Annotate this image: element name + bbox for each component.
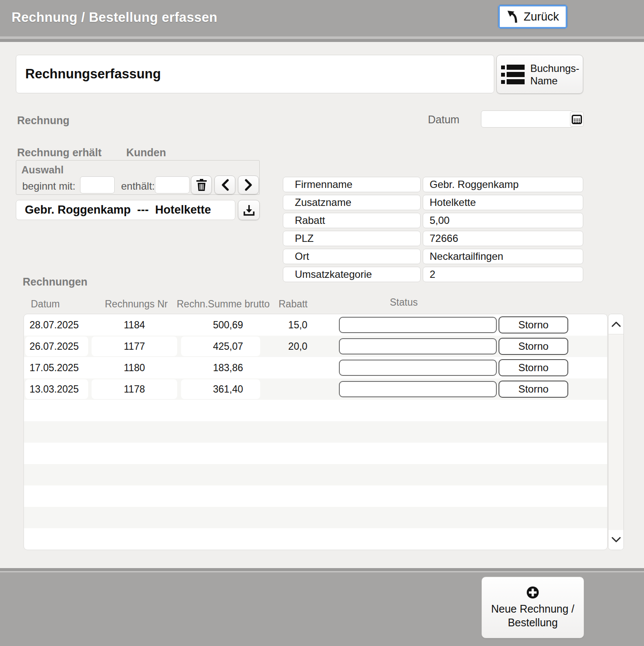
scroll-down-button[interactable] [608, 530, 623, 550]
detail-value-zusatzname[interactable]: Hotelkette [423, 195, 583, 210]
cell-rabatt [279, 358, 317, 378]
load-company-button[interactable] [238, 200, 260, 220]
contains-input[interactable] [155, 176, 190, 194]
datum-calendar-button[interactable] [570, 112, 584, 127]
section-label-rechnung: Rechnung [17, 114, 69, 127]
column-header-rechnungs-nr: Rechnungs Nr [105, 298, 168, 310]
invoices-table: 28.07.2025 1184 500,69 15,0 Storno 26.07… [24, 314, 608, 550]
status-input[interactable] [339, 360, 497, 376]
table-row[interactable]: 28.07.2025 1184 500,69 15,0 Storno [24, 314, 608, 336]
cell-nr: 1177 [92, 336, 177, 356]
detail-value-umsatzkategorie[interactable]: 2 [423, 267, 583, 282]
storno-button[interactable]: Storno [499, 381, 568, 398]
begins-with-label: beginnt mit: [22, 180, 75, 192]
storno-button[interactable]: Storno [499, 338, 568, 355]
cell-datum: 13.03.2025 [30, 379, 89, 399]
header-divider-dark [0, 39, 644, 42]
chevron-down-icon [611, 537, 621, 543]
scroll-up-button[interactable] [608, 314, 623, 334]
table-scrollbar[interactable] [608, 314, 624, 550]
cell-datum: 26.07.2025 [30, 336, 89, 356]
cell-summe: 361,40 [181, 379, 243, 399]
begins-with-input[interactable] [80, 176, 115, 194]
cell-nr: 1180 [92, 358, 177, 378]
cell-datum: 28.07.2025 [30, 315, 89, 335]
cell-summe: 425,07 [181, 336, 243, 356]
cell-datum: 17.05.2025 [30, 358, 89, 378]
cell-nr: 1178 [92, 379, 177, 399]
selected-company-field[interactable]: Gebr. Roggenkamp --- Hotelkette [16, 200, 235, 220]
page-title: Rechnung / Bestellung erfassen [12, 10, 217, 25]
new-invoice-label: Neue Rechnung / Bestellung [484, 602, 581, 629]
detail-label-rabatt: Rabatt [283, 213, 421, 228]
contains-label: enthält: [121, 180, 155, 192]
chevron-left-icon [221, 179, 229, 191]
status-input[interactable] [339, 338, 497, 354]
section-label-rechnungen: Rechnungen [23, 276, 87, 288]
detail-label-zusatzname: Zusatzname [283, 195, 421, 210]
tab-rechnung-erhaelt[interactable]: Rechnung erhält [17, 146, 101, 159]
app-window: Rechnung / Bestellung erfassen Zurück Re… [0, 0, 644, 646]
tab-kunden[interactable]: Kunden [126, 146, 166, 159]
form-title-field: Rechnungserfassung [16, 55, 494, 93]
detail-label-umsatzkategorie: Umsatzkategorie [283, 267, 421, 282]
calendar-icon [572, 114, 582, 125]
selected-company-text: Gebr. Roggenkamp --- Hotelkette [16, 203, 211, 217]
cell-rabatt [279, 379, 317, 399]
column-header-datum: Datum [31, 298, 60, 310]
buchungs-name-label: Buchungs- Name [530, 62, 579, 87]
detail-label-firmenname: Firmenname [283, 177, 421, 192]
cell-summe: 183,86 [181, 358, 243, 378]
storno-button[interactable]: Storno [499, 359, 568, 376]
download-icon [243, 204, 255, 216]
storno-button[interactable]: Storno [499, 316, 568, 333]
back-arrow-icon [507, 10, 519, 24]
column-header-rabatt: Rabatt [279, 298, 308, 310]
table-row[interactable]: 26.07.2025 1177 425,07 20,0 Storno [24, 336, 608, 357]
trash-icon [196, 179, 207, 191]
buchungs-name-button[interactable]: Buchungs- Name [496, 55, 583, 94]
cell-rabatt: 15,0 [279, 315, 317, 335]
back-button[interactable]: Zurück [498, 4, 568, 29]
datum-label: Datum [428, 113, 460, 126]
footer-divider-dark [0, 568, 644, 571]
chevron-right-icon [244, 179, 253, 191]
cell-nr: 1184 [92, 315, 177, 335]
form-title: Rechnungserfassung [16, 66, 161, 82]
column-header-summe-brutto: Rechn.Summe brutto [177, 298, 270, 310]
cell-summe: 500,69 [181, 315, 243, 335]
list-icon [500, 64, 525, 85]
clear-filter-button[interactable] [191, 176, 212, 194]
previous-record-button[interactable] [214, 176, 235, 194]
scrollbar-track[interactable] [608, 334, 623, 532]
detail-label-ort: Ort [283, 249, 421, 264]
column-header-status: Status [390, 297, 418, 308]
detail-value-plz[interactable]: 72666 [423, 231, 583, 246]
new-invoice-button[interactable]: Neue Rechnung / Bestellung [481, 577, 584, 638]
status-input[interactable] [339, 317, 497, 333]
cell-rabatt: 20,0 [279, 336, 317, 356]
chevron-up-icon [611, 321, 621, 327]
table-row[interactable]: 13.03.2025 1178 361,40 Storno [24, 378, 608, 400]
status-input[interactable] [339, 381, 497, 397]
table-row[interactable]: 17.05.2025 1180 183,86 Storno [24, 357, 608, 378]
detail-value-ort[interactable]: Neckartailfingen [423, 249, 583, 264]
auswahl-title: Auswahl [21, 164, 64, 176]
back-button-label: Zurück [524, 10, 559, 24]
datum-input[interactable] [481, 110, 573, 128]
detail-value-rabatt[interactable]: 5,00 [423, 213, 583, 228]
plus-icon [526, 586, 540, 599]
detail-label-plz: PLZ [283, 231, 421, 246]
next-record-button[interactable] [238, 176, 259, 194]
detail-value-firmenname[interactable]: Gebr. Roggenkamp [423, 177, 583, 192]
